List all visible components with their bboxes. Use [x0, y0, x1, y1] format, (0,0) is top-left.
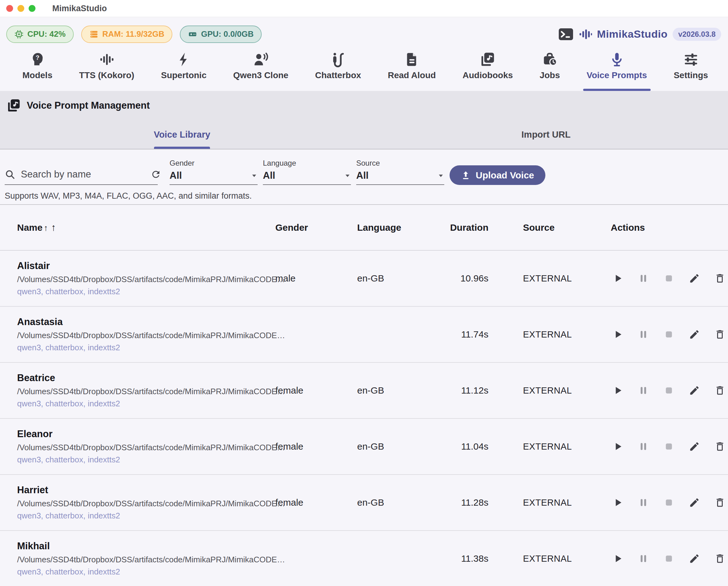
- edit-pencil-icon: [689, 497, 700, 508]
- stop-button[interactable]: [662, 271, 676, 286]
- row-actions: [604, 383, 728, 398]
- nav-label: Read Aloud: [388, 70, 436, 80]
- edit-button[interactable]: [687, 327, 702, 342]
- language-filter[interactable]: Language All: [263, 159, 351, 185]
- voice-gender: male: [275, 273, 357, 284]
- nav-item-audiobooks[interactable]: Audiobooks: [463, 52, 513, 91]
- nav-item-supertonic[interactable]: Supertonic: [161, 52, 206, 91]
- row-actions: [604, 495, 728, 510]
- voice-name-cell: Anastasia /Volumes/SSD4tb/Dropbox/DSS/ar…: [17, 316, 275, 352]
- edit-button[interactable]: [687, 552, 702, 566]
- search-input[interactable]: [21, 169, 145, 180]
- edit-pencil-icon: [689, 273, 700, 284]
- ram-usage-chip: RAM: 11.9/32GB: [81, 26, 172, 43]
- pause-icon: [638, 553, 649, 564]
- play-button[interactable]: [611, 552, 625, 566]
- play-button[interactable]: [611, 383, 625, 398]
- row-actions: [604, 271, 728, 286]
- stop-icon: [663, 385, 675, 396]
- play-icon: [612, 329, 623, 340]
- window-titlebar: MimikaStudio: [0, 0, 728, 17]
- gpu-usage-label: GPU: 0.0/0GB: [201, 29, 254, 39]
- document-icon: [404, 52, 420, 67]
- source-filter[interactable]: Source All: [356, 159, 444, 185]
- voice-name-cell: Beatrice /Volumes/SSD4tb/Dropbox/DSS/art…: [17, 372, 275, 409]
- delete-button[interactable]: [713, 327, 727, 342]
- chevron-down-icon: [251, 172, 258, 179]
- pause-icon: [638, 497, 649, 508]
- play-button[interactable]: [611, 439, 625, 454]
- delete-button[interactable]: [713, 552, 727, 566]
- nav-label: Settings: [674, 70, 708, 80]
- nav-item-read-aloud[interactable]: Read Aloud: [388, 52, 436, 91]
- upload-voice-label: Upload Voice: [476, 170, 534, 180]
- svg-text:?: ?: [36, 54, 40, 61]
- gender-filter-label: Gender: [170, 159, 258, 168]
- pause-icon: [638, 273, 649, 284]
- nav-item-tts-kokoro[interactable]: TTS (Kokoro): [79, 52, 134, 91]
- nav-item-jobs[interactable]: Jobs: [540, 52, 560, 91]
- voice-source: EXTERNAL: [523, 497, 604, 508]
- voice-name: Alistair: [17, 260, 275, 271]
- tab-voice-library[interactable]: Voice Library: [0, 120, 364, 149]
- pause-button[interactable]: [636, 552, 651, 566]
- stop-button[interactable]: [662, 327, 676, 342]
- nav-item-settings[interactable]: Settings: [674, 52, 708, 91]
- table-row: Anastasia /Volumes/SSD4tb/Dropbox/DSS/ar…: [0, 307, 728, 363]
- edit-button[interactable]: [687, 383, 702, 398]
- page-tabs: Voice Library Import URL: [0, 120, 728, 149]
- voice-duration: 11.12s: [436, 385, 489, 396]
- edit-button[interactable]: [687, 495, 702, 510]
- zoom-window-button[interactable]: [29, 5, 35, 12]
- edit-button[interactable]: [687, 271, 702, 286]
- refresh-icon[interactable]: [151, 169, 161, 180]
- nav-item-qwen3-clone[interactable]: Qwen3 Clone: [233, 52, 288, 91]
- terminal-icon[interactable]: [558, 28, 573, 41]
- nav-item-voice-prompts[interactable]: Voice Prompts: [587, 52, 647, 91]
- voice-tags: qwen3, chatterbox, indextts2: [17, 343, 275, 352]
- voice-file-path: /Volumes/SSD4tb/Dropbox/DSS/artifacts/co…: [17, 443, 275, 453]
- play-button[interactable]: [611, 271, 625, 286]
- delete-button[interactable]: [713, 271, 727, 286]
- play-icon: [612, 497, 623, 508]
- pause-button[interactable]: [636, 271, 651, 286]
- nav-label: TTS (Kokoro): [79, 70, 134, 80]
- voice-duration: 11.74s: [436, 329, 489, 340]
- play-button[interactable]: [611, 327, 625, 342]
- tab-import-url[interactable]: Import URL: [364, 120, 728, 149]
- microphone-icon: [609, 52, 625, 67]
- nav-item-chatterbox[interactable]: Chatterbox: [315, 52, 361, 91]
- edit-button[interactable]: [687, 439, 702, 454]
- column-header-name[interactable]: Name↑↑: [17, 222, 275, 233]
- voice-duration: 11.28s: [436, 497, 489, 508]
- gender-filter[interactable]: Gender All: [170, 159, 258, 185]
- stop-button[interactable]: [662, 495, 676, 510]
- stop-button[interactable]: [662, 552, 676, 566]
- close-window-button[interactable]: [6, 5, 13, 12]
- nav-item-models[interactable]: ? Models: [22, 52, 52, 91]
- delete-button[interactable]: [713, 495, 727, 510]
- pause-button[interactable]: [636, 495, 651, 510]
- window-title: MimikaStudio: [52, 4, 107, 14]
- voice-file-path: /Volumes/SSD4tb/Dropbox/DSS/artifacts/co…: [17, 331, 275, 340]
- language-filter-label: Language: [263, 159, 351, 168]
- voice-gender: female: [275, 441, 357, 452]
- stop-icon: [663, 441, 675, 452]
- search-field: [5, 169, 158, 185]
- play-icon: [612, 273, 623, 284]
- minimize-window-button[interactable]: [18, 5, 24, 12]
- mic-cable-icon: [330, 52, 346, 67]
- pause-button[interactable]: [636, 383, 651, 398]
- stop-button[interactable]: [662, 439, 676, 454]
- stop-button[interactable]: [662, 383, 676, 398]
- pause-button[interactable]: [636, 439, 651, 454]
- delete-button[interactable]: [713, 439, 727, 454]
- nav-label: Qwen3 Clone: [233, 70, 288, 80]
- voice-source: EXTERNAL: [523, 441, 604, 452]
- version-badge: v2026.03.8: [673, 28, 721, 41]
- upload-voice-button[interactable]: Upload Voice: [449, 165, 545, 185]
- delete-button[interactable]: [713, 383, 727, 398]
- edit-pencil-icon: [689, 553, 700, 564]
- pause-button[interactable]: [636, 327, 651, 342]
- play-button[interactable]: [611, 495, 625, 510]
